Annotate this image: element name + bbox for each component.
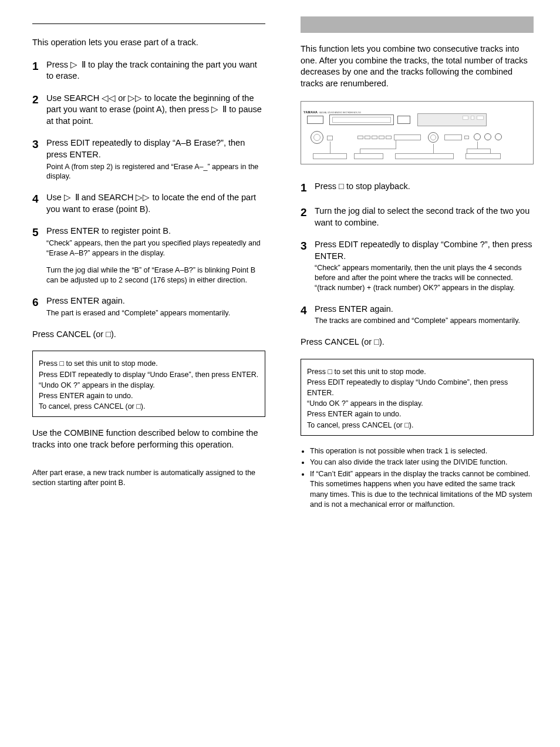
left-title	[32, 20, 265, 24]
left-step-4: 4 Use ▷ Ⅱ and SEARCH ▷▷ to locate the en…	[32, 192, 265, 215]
right-cancel-text: Press CANCEL (or □).	[301, 337, 534, 348]
note-item: You can also divide the track later usin…	[310, 457, 534, 468]
right-notes: This operation is not possible when trac…	[301, 446, 534, 510]
left-cancel-text: Press CANCEL (or □).	[32, 329, 265, 341]
note-item: This operation is not possible when trac…	[310, 446, 534, 457]
left-step-5: 5 Press ENTER to register point B. “Chec…	[32, 226, 265, 285]
device-brand: YAMAHA	[303, 110, 318, 114]
right-undo-box: Press □ to set this unit to stop mode. P…	[301, 359, 534, 436]
left-span-text: Use the COMBINE function described below…	[32, 428, 265, 450]
left-intro: This operation lets you erase part of a …	[32, 37, 265, 49]
right-step-1: 1 Press □ to stop playback.	[301, 181, 534, 195]
note-item: If “Can’t Edit” appears in the display t…	[310, 469, 534, 510]
right-title-bar: COMBINE	[301, 16, 534, 33]
left-step-1: 1 Press ▷ Ⅱ to play the track containing…	[32, 59, 265, 82]
left-step-2: 2 Use SEARCH ◁◁ or ▷▷ to locate the begi…	[32, 93, 265, 127]
device-illustration: YAMAHANATURAL SOUND MINIDISC RECORDER MD…	[301, 101, 534, 164]
left-undo-box: Press □ to set this unit to stop mode. P…	[32, 351, 265, 417]
left-note: After part erase, a new track number is …	[32, 468, 265, 488]
left-step-6: 6 Press ENTER again. The part is erased …	[32, 295, 265, 318]
left-step-3: 3 Press EDIT repeatedly to display “A–B …	[32, 137, 265, 181]
right-step-4: 4 Press ENTER again. The tracks are comb…	[301, 304, 534, 326]
right-step-2: 2 Turn the jog dial to select the second…	[301, 206, 534, 228]
device-model: NATURAL SOUND MINIDISC RECORDER MDX-793	[319, 112, 360, 114]
right-step-3: 3 Press EDIT repeatedly to display “Comb…	[301, 239, 534, 293]
right-intro: This function lets you combine two conse…	[301, 43, 534, 89]
